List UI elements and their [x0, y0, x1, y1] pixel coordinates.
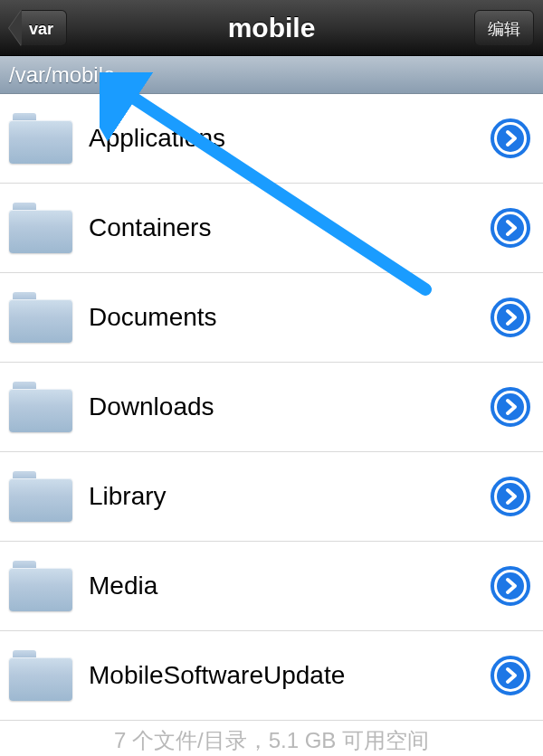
folder-icon [9, 471, 72, 522]
folder-name: MobileSoftwareUpdate [72, 661, 491, 690]
svg-point-5 [497, 214, 524, 241]
svg-point-3 [497, 125, 524, 152]
navbar: var mobile 编辑 [0, 0, 543, 56]
list-item[interactable]: Containers [0, 184, 543, 273]
folder-icon [9, 292, 72, 343]
folder-list: Applications Containers Documents Downlo… [0, 94, 543, 721]
list-item[interactable]: Downloads [0, 363, 543, 452]
svg-point-11 [497, 483, 524, 510]
list-item[interactable]: Media [0, 542, 543, 631]
folder-icon [9, 203, 72, 253]
chevron-right-icon[interactable] [491, 656, 530, 695]
folder-name: Containers [72, 213, 491, 242]
chevron-left-icon [9, 10, 22, 46]
folder-icon [9, 650, 72, 701]
chevron-right-icon[interactable] [491, 118, 530, 158]
chevron-right-icon[interactable] [491, 477, 530, 516]
page-title: mobile [228, 13, 316, 43]
folder-name: Media [72, 572, 491, 600]
svg-point-15 [497, 662, 524, 689]
folder-name: Library [72, 482, 491, 511]
path-bar: /var/mobile [0, 56, 543, 94]
folder-name: Documents [72, 303, 491, 332]
chevron-right-icon[interactable] [491, 387, 530, 427]
list-item[interactable]: Documents [0, 273, 543, 363]
chevron-right-icon[interactable] [491, 566, 530, 606]
folder-icon [9, 382, 72, 432]
folder-icon [9, 561, 72, 611]
folder-name: Downloads [72, 392, 491, 421]
status-footer: 7 个文件/目录，5.1 GB 可用空间 [0, 721, 543, 756]
edit-button[interactable]: 编辑 [474, 10, 534, 46]
svg-point-7 [497, 304, 524, 331]
svg-point-9 [497, 393, 524, 421]
list-item[interactable]: Applications [0, 94, 543, 184]
list-item[interactable]: Library [0, 452, 543, 542]
chevron-right-icon[interactable] [491, 298, 530, 337]
back-button-label: var [22, 10, 67, 46]
back-button[interactable]: var [9, 10, 67, 46]
svg-point-13 [497, 572, 524, 600]
list-item[interactable]: MobileSoftwareUpdate [0, 631, 543, 721]
folder-name: Applications [72, 124, 491, 153]
folder-icon [9, 113, 72, 164]
chevron-right-icon[interactable] [491, 208, 530, 248]
